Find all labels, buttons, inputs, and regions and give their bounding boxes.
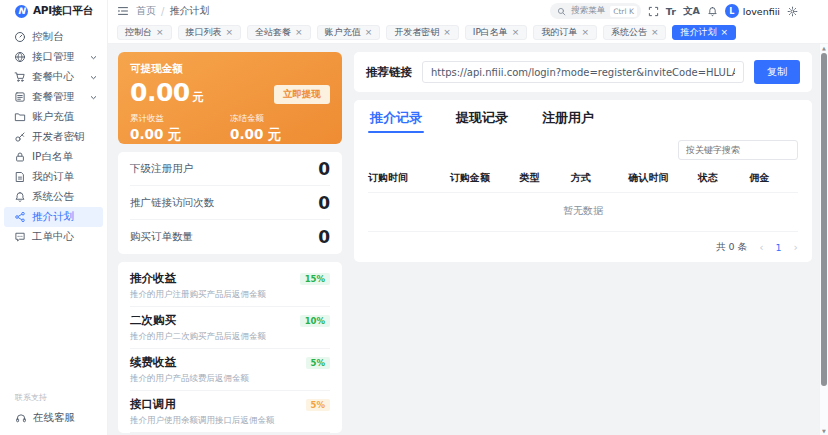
sidebar-item-label: 推介计划 <box>32 210 74 224</box>
close-icon[interactable]: × <box>156 28 164 37</box>
tab-label: 系统公告 <box>611 26 647 39</box>
share-icon <box>14 211 26 223</box>
tab-my-orders[interactable]: 我的订单× <box>533 25 597 40</box>
menu-search-button[interactable]: 搜索菜单 Ctrl K <box>550 3 641 19</box>
chevron-down-icon <box>90 74 97 81</box>
tab-announcements[interactable]: 系统公告× <box>603 25 667 40</box>
sidebar-item-api-management[interactable]: 接口管理 <box>4 47 103 67</box>
tab-label: 开发者密钥 <box>394 26 439 39</box>
next-page-icon[interactable]: › <box>794 242 798 253</box>
tab-registered-users[interactable]: 注册用户 <box>540 100 596 133</box>
sidebar-item-ticket-center[interactable]: 工单中心 <box>4 227 103 247</box>
table-header-row: 订购时间 订购金额 类型 方式 确认时间 状态 佣金 <box>368 166 798 193</box>
sidebar: N API接口平台 控制台 接口管理 套餐中心 套餐管理 <box>0 0 108 435</box>
notifications-bell-icon[interactable] <box>707 6 718 17</box>
sidebar-item-plan-center[interactable]: 套餐中心 <box>4 67 103 87</box>
sidebar-item-developer-keys[interactable]: 开发者密钥 <box>4 127 103 147</box>
sidebar-item-dashboard[interactable]: 控制台 <box>4 27 103 47</box>
sidebar-item-my-orders[interactable]: 我的订单 <box>4 167 103 187</box>
main-column: 首页 / 推介计划 搜索菜单 Ctrl K Tr 文A L lovenfiii <box>108 0 828 435</box>
keyword-search-input[interactable] <box>678 140 798 160</box>
close-icon[interactable]: × <box>581 28 589 37</box>
close-icon[interactable]: × <box>512 28 520 37</box>
tab-label: 接口列表 <box>186 26 222 39</box>
copy-button[interactable]: 复制 <box>754 60 800 84</box>
rule-title: 续费收益 <box>130 355 176 370</box>
sidebar-item-label: 我的订单 <box>32 170 74 184</box>
close-icon[interactable]: × <box>295 28 303 37</box>
collapse-sidebar-icon[interactable] <box>117 5 129 17</box>
tab-referral-plan[interactable]: 推介计划× <box>672 25 736 40</box>
online-service-button[interactable]: 在线客服 <box>15 411 107 425</box>
sidebar-item-ip-whitelist[interactable]: IP白名单 <box>4 147 103 167</box>
search-shortcut-badge: Ctrl K <box>610 6 637 17</box>
scroll-up-icon[interactable]: ▲ <box>820 45 828 51</box>
breadcrumb-separator: / <box>161 6 164 17</box>
sidebar-item-label: 工单中心 <box>32 230 74 244</box>
brand-logo: N API接口平台 <box>0 0 107 22</box>
column-status: 状态 <box>698 171 749 185</box>
fullscreen-icon[interactable] <box>648 6 659 17</box>
column-method: 方式 <box>571 171 629 185</box>
sidebar-item-recharge[interactable]: 账户充值 <box>4 107 103 127</box>
close-icon[interactable]: × <box>651 28 659 37</box>
tab-all-plans[interactable]: 全站套餐× <box>247 25 311 40</box>
prev-page-icon[interactable]: ‹ <box>759 242 763 253</box>
translate-icon[interactable]: 文A <box>683 5 700 18</box>
sidebar-item-plan-management[interactable]: 套餐管理 <box>4 87 103 107</box>
column-type: 类型 <box>519 171 570 185</box>
scrollbar-thumb[interactable] <box>821 53 827 386</box>
tab-developer-keys[interactable]: 开发者密钥× <box>386 25 459 40</box>
breadcrumb-home[interactable]: 首页 <box>136 4 156 18</box>
username: lovenfiii <box>743 6 780 17</box>
cart-icon <box>14 71 26 83</box>
cumulative-earnings: 累计收益 0.00 元 <box>130 113 230 144</box>
tab-api-list[interactable]: 接口列表× <box>178 25 242 40</box>
close-icon[interactable]: × <box>365 28 373 37</box>
rule-second-purchase: 二次购买 10% 推介的用户二次购买产品后返佣金额 <box>130 307 330 349</box>
close-icon[interactable]: × <box>443 28 451 37</box>
metric-value: 0 <box>318 193 330 213</box>
sidebar-item-label: IP白名单 <box>32 150 73 164</box>
page-number[interactable]: 1 <box>776 242 782 253</box>
tab-recharge[interactable]: 账户充值× <box>317 25 381 40</box>
font-size-icon[interactable]: Tr <box>666 6 676 17</box>
referral-metrics-card: 下级注册用户 0 推广链接访问次数 0 购买订单数量 0 <box>118 152 342 254</box>
balance-title: 可提现金额 <box>130 62 330 76</box>
rate-badge: 5% <box>306 357 330 369</box>
referral-link-input[interactable] <box>422 61 744 83</box>
column-commission: 佣金 <box>750 171 798 185</box>
close-icon[interactable]: × <box>720 28 728 37</box>
tab-label: 全站套餐 <box>255 26 291 39</box>
sidebar-item-referral-plan[interactable]: 推介计划 <box>4 207 103 227</box>
tab-referral-records[interactable]: 推介记录 <box>368 100 424 133</box>
close-icon[interactable]: × <box>226 28 234 37</box>
tab-ip-whitelist[interactable]: IP白名单× <box>465 25 528 40</box>
rule-title: 二次购买 <box>130 313 176 328</box>
breadcrumb-current: 推介计划 <box>169 4 209 18</box>
settings-gear-icon[interactable] <box>787 6 798 17</box>
rule-api-calls: 接口调用 5% 推介用户使用余额调用接口后返佣金额 <box>130 391 330 433</box>
balance-unit: 元 <box>193 90 204 105</box>
api-icon <box>14 51 26 63</box>
metric-registered-users: 下级注册用户 0 <box>130 152 330 186</box>
vertical-scrollbar[interactable]: ▲ ▼ <box>819 44 828 435</box>
tab-withdraw-records[interactable]: 提现记录 <box>454 100 510 133</box>
rule-title: 接口调用 <box>130 397 176 412</box>
scroll-down-icon[interactable]: ▼ <box>820 428 828 434</box>
user-menu[interactable]: L lovenfiii <box>725 4 780 18</box>
records-tabs: 推介记录 提现记录 注册用户 <box>368 100 798 133</box>
sidebar-item-label: 套餐中心 <box>32 70 74 84</box>
rule-renewal-earnings: 续费收益 5% 推介的用户产品续费后返佣金额 <box>130 349 330 391</box>
withdraw-now-button[interactable]: 立即提现 <box>274 85 330 104</box>
frozen-amount: 冻结金额 0.00 元 <box>230 113 330 144</box>
metric-value: 0 <box>318 227 330 247</box>
metric-label: 购买订单数量 <box>130 230 193 244</box>
sidebar-item-label: 账户充值 <box>32 110 74 124</box>
pagination: 共 0 条 ‹ 1 › <box>368 232 798 254</box>
order-icon <box>14 171 26 183</box>
tab-dashboard[interactable]: 控制台× <box>117 25 172 40</box>
search-icon <box>557 7 566 16</box>
sidebar-item-announcements[interactable]: 系统公告 <box>4 187 103 207</box>
tab-label: 我的订单 <box>541 26 577 39</box>
